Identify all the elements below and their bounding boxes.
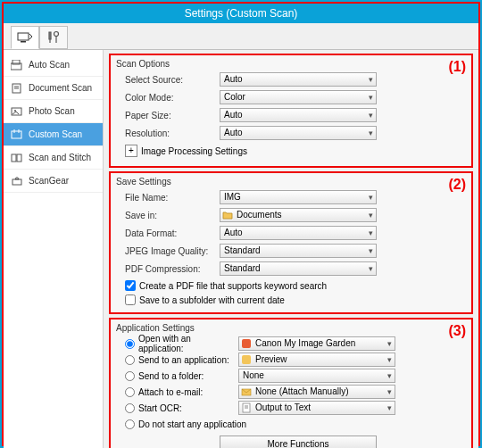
image-processing-label: Image Processing Settings <box>141 146 247 156</box>
resolution-label: Resolution: <box>116 129 220 138</box>
scangear-icon <box>11 176 23 187</box>
group-title: Save Settings <box>116 177 466 187</box>
titlebar: Settings (Custom Scan) <box>4 4 478 23</box>
keyword-search-checkbox[interactable] <box>125 280 136 291</box>
preview-icon <box>241 354 252 365</box>
screwdriver-wrench-icon <box>46 30 61 45</box>
category-sidebar: Auto Scan Document Scan Photo Scan Custo… <box>4 50 104 448</box>
send-to-app-radio[interactable] <box>125 355 135 365</box>
group-save-settings: (2) Save Settings File Name: IMG Save in… <box>109 171 473 314</box>
sidebar-item-scan-and-stitch[interactable]: Scan and Stitch <box>4 146 103 170</box>
window-body: Auto Scan Document Scan Photo Scan Custo… <box>4 23 478 448</box>
attach-email-dropdown[interactable]: None (Attach Manually) <box>238 385 395 399</box>
sidebar-item-scangear[interactable]: ScanGear <box>4 170 103 193</box>
pdf-compression-label: PDF Compression: <box>116 264 220 274</box>
annotation-outline: Settings (Custom Scan) Auto Scan Documen… <box>2 2 480 446</box>
attach-email-label: Attach to e-mail: <box>138 387 235 397</box>
app-icon <box>241 338 252 349</box>
mail-icon <box>241 386 252 397</box>
tab-scan-from-computer[interactable] <box>11 26 39 49</box>
stitch-icon <box>11 153 23 163</box>
data-format-label: Data Format: <box>116 228 220 238</box>
sidebar-item-document-scan[interactable]: Document Scan <box>4 77 103 100</box>
settings-top-tabs <box>4 23 478 50</box>
do-not-start-radio[interactable] <box>125 419 135 429</box>
file-name-combo[interactable]: IMG <box>220 190 377 204</box>
more-functions-button[interactable]: More Functions <box>220 436 377 448</box>
callout-2: (2) <box>448 177 466 193</box>
jpeg-quality-dropdown[interactable]: Standard <box>220 244 377 258</box>
svg-rect-1 <box>21 41 26 43</box>
start-ocr-dropdown[interactable]: Output to Text <box>238 401 395 415</box>
text-icon <box>241 402 252 413</box>
document-icon <box>11 83 23 94</box>
svg-point-2 <box>54 32 59 37</box>
color-mode-dropdown[interactable]: Color <box>220 90 377 104</box>
resolution-dropdown[interactable]: Auto <box>220 126 377 140</box>
group-application-settings: (3) Application Settings Open with an ap… <box>109 318 473 448</box>
open-with-app-dropdown[interactable]: Canon My Image Garden <box>238 336 395 351</box>
svg-rect-15 <box>12 179 21 185</box>
pdf-compression-dropdown[interactable]: Standard <box>220 261 377 276</box>
subfolder-date-label: Save to a subfolder with current date <box>139 295 285 305</box>
callout-3: (3) <box>448 323 466 339</box>
svg-rect-14 <box>17 154 21 162</box>
folder-icon <box>222 210 233 220</box>
sidebar-item-label: Auto Scan <box>29 60 70 70</box>
auto-scan-icon <box>11 60 23 71</box>
do-not-start-label: Do not start any application <box>138 419 246 429</box>
content-pane: (1) Scan Options Select Source: Auto Col… <box>104 50 478 448</box>
send-to-folder-label: Send to a folder: <box>138 371 235 381</box>
photo-icon <box>11 106 23 117</box>
open-with-app-label: Open with an application: <box>138 334 235 353</box>
group-title: Application Settings <box>116 323 466 333</box>
select-source-dropdown[interactable]: Auto <box>220 72 377 87</box>
paper-size-label: Paper Size: <box>116 111 220 120</box>
attach-email-radio[interactable] <box>125 387 135 397</box>
sidebar-item-label: ScanGear <box>29 176 69 186</box>
svg-rect-0 <box>18 33 29 40</box>
callout-1: (1) <box>448 59 466 75</box>
save-in-dropdown[interactable]: Documents <box>220 208 377 222</box>
group-title: Scan Options <box>116 59 466 69</box>
send-to-app-dropdown[interactable]: Preview <box>238 353 395 367</box>
send-to-folder-radio[interactable] <box>125 371 135 381</box>
start-ocr-label: Start OCR: <box>138 403 235 413</box>
tab-tools[interactable] <box>39 26 68 49</box>
window-title: Settings (Custom Scan) <box>185 7 298 20</box>
sidebar-item-label: Custom Scan <box>29 129 82 139</box>
select-source-label: Select Source: <box>116 75 220 85</box>
save-in-label: Save in: <box>116 211 220 220</box>
send-to-folder-dropdown[interactable]: None <box>238 369 395 383</box>
svg-rect-17 <box>242 355 251 364</box>
svg-rect-10 <box>12 131 21 138</box>
start-ocr-radio[interactable] <box>125 403 135 413</box>
data-format-dropdown[interactable]: Auto <box>220 226 377 240</box>
sidebar-item-auto-scan[interactable]: Auto Scan <box>4 54 103 77</box>
file-name-label: File Name: <box>116 193 220 203</box>
sidebar-item-label: Photo Scan <box>29 106 75 116</box>
sidebar-item-photo-scan[interactable]: Photo Scan <box>4 100 103 123</box>
monitor-scan-icon <box>17 31 33 44</box>
sidebar-item-custom-scan[interactable]: Custom Scan <box>4 123 103 146</box>
subfolder-date-checkbox[interactable] <box>125 295 136 305</box>
sidebar-item-label: Document Scan <box>29 83 92 93</box>
open-with-app-radio[interactable] <box>125 339 135 349</box>
keyword-search-label: Create a PDF file that supports keyword … <box>139 281 327 291</box>
color-mode-label: Color Mode: <box>116 93 220 103</box>
group-scan-options: (1) Scan Options Select Source: Auto Col… <box>109 54 473 168</box>
image-processing-expander[interactable]: + <box>125 145 137 157</box>
jpeg-quality-label: JPEG Image Quality: <box>116 246 220 256</box>
sidebar-item-label: Scan and Stitch <box>29 153 91 162</box>
custom-scan-icon <box>11 129 23 140</box>
svg-rect-16 <box>242 339 251 348</box>
svg-rect-13 <box>12 154 16 162</box>
paper-size-dropdown[interactable]: Auto <box>220 108 377 122</box>
send-to-app-label: Send to an application: <box>138 355 235 365</box>
